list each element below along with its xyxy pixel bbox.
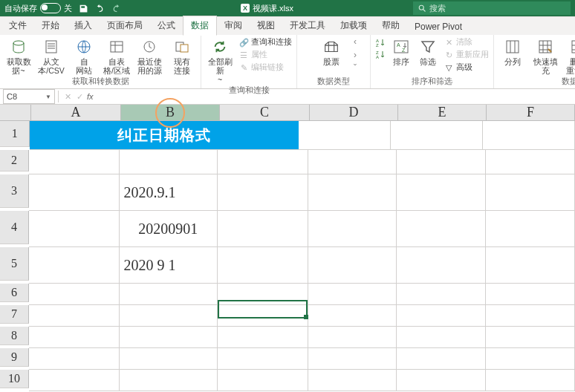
- datatools-button-2[interactable]: 删除 重复值: [562, 36, 575, 76]
- row-header-7[interactable]: 7: [0, 305, 29, 324]
- save-icon[interactable]: [78, 3, 88, 13]
- cell-F8[interactable]: [486, 327, 575, 348]
- autosave-toggle[interactable]: 自动保存 关: [4, 3, 72, 14]
- cell-F6[interactable]: [486, 284, 575, 305]
- sort-desc-button[interactable]: ZA: [374, 48, 387, 60]
- cell-D7[interactable]: [308, 305, 397, 327]
- cell-A10[interactable]: [29, 370, 120, 391]
- tab-帮助[interactable]: 帮助: [374, 16, 407, 35]
- cell-E6[interactable]: [397, 284, 486, 305]
- cell-C3[interactable]: [218, 174, 308, 211]
- cell-D1[interactable]: [299, 121, 391, 150]
- cell-C9[interactable]: [218, 348, 308, 370]
- row-header-1[interactable]: 1: [0, 121, 30, 147]
- undo-icon[interactable]: [94, 3, 105, 13]
- cell-B10[interactable]: [120, 370, 218, 391]
- cell-C7[interactable]: [218, 305, 308, 327]
- cell-E4[interactable]: [397, 211, 486, 247]
- cell-A2[interactable]: [29, 150, 120, 174]
- cell-E3[interactable]: [397, 174, 486, 211]
- chevron-down-icon[interactable]: ˇ: [354, 63, 357, 74]
- sort-asc-button[interactable]: AZ: [374, 36, 387, 48]
- toggle-switch[interactable]: [40, 3, 61, 13]
- cell-A3[interactable]: [29, 174, 120, 211]
- tab-插入[interactable]: 插入: [67, 16, 100, 35]
- cell-D10[interactable]: [308, 370, 397, 391]
- tab-视图[interactable]: 视图: [250, 16, 282, 35]
- row-header-10[interactable]: 10: [0, 370, 29, 388]
- fx-icon[interactable]: fx: [87, 92, 94, 101]
- cell-C8[interactable]: [218, 327, 308, 348]
- cell-C2[interactable]: [218, 150, 308, 174]
- tab-数据[interactable]: 数据: [183, 16, 217, 36]
- cell-C10[interactable]: [218, 370, 308, 391]
- row-header-9[interactable]: 9: [0, 348, 29, 367]
- sort-button[interactable]: AZ 排序: [389, 36, 414, 68]
- col-header-D[interactable]: D: [310, 105, 398, 121]
- tab-页面布局[interactable]: 页面布局: [100, 16, 150, 35]
- chevron-left-icon[interactable]: ‹: [354, 36, 357, 47]
- datatools-button-1[interactable]: 快速填充: [530, 36, 561, 76]
- tab-文件[interactable]: 文件: [1, 16, 34, 35]
- col-header-E[interactable]: E: [398, 105, 487, 121]
- cell-F3[interactable]: [486, 174, 575, 211]
- cell-B4[interactable]: 20200901: [120, 211, 218, 247]
- queries-connections-button[interactable]: 🔗查询和连接: [237, 36, 293, 48]
- chevron-right-icon[interactable]: ›: [354, 50, 357, 60]
- cell-B9[interactable]: [120, 348, 218, 370]
- cell-C6[interactable]: [218, 284, 308, 305]
- stocks-button[interactable]: 股票: [311, 36, 352, 68]
- cell-A6[interactable]: [29, 284, 120, 305]
- cell-E8[interactable]: [397, 327, 486, 348]
- cell-E10[interactable]: [397, 370, 486, 391]
- cell-A1[interactable]: 纠正日期格式: [30, 121, 299, 150]
- cell-E7[interactable]: [397, 305, 486, 327]
- worksheet[interactable]: ABCDEF 1纠正日期格式232020.9.142020090152020 9…: [0, 105, 575, 392]
- cell-F9[interactable]: [486, 348, 575, 370]
- search-box[interactable]: 搜索: [413, 1, 571, 15]
- getdata-button-4[interactable]: 最近使 用的源: [134, 36, 165, 76]
- name-box[interactable]: C8 ▼: [3, 89, 55, 104]
- tab-加载项[interactable]: 加载项: [333, 16, 374, 35]
- cell-D6[interactable]: [308, 284, 397, 305]
- cell-A5[interactable]: [29, 247, 120, 284]
- row-header-4[interactable]: 4: [0, 211, 29, 244]
- datatools-button-0[interactable]: 分列: [497, 36, 528, 68]
- cell-D9[interactable]: [308, 348, 397, 370]
- cell-B7[interactable]: [120, 305, 218, 327]
- cell-C4[interactable]: [218, 211, 308, 247]
- cell-A7[interactable]: [29, 305, 120, 327]
- cell-F1[interactable]: [483, 121, 575, 150]
- cell-E5[interactable]: [397, 247, 486, 284]
- row-header-2[interactable]: 2: [0, 150, 29, 172]
- select-all-corner[interactable]: [0, 105, 31, 121]
- cell-A9[interactable]: [29, 348, 120, 370]
- chevron-down-icon[interactable]: ▼: [45, 94, 51, 100]
- getdata-button-5[interactable]: 现有 连接: [166, 36, 198, 76]
- col-header-A[interactable]: A: [31, 105, 121, 121]
- col-header-C[interactable]: C: [220, 105, 310, 121]
- tab-Power Pivot[interactable]: Power Pivot: [407, 19, 470, 35]
- col-header-F[interactable]: F: [487, 105, 575, 121]
- cell-A8[interactable]: [29, 327, 120, 348]
- cell-B6[interactable]: [120, 284, 218, 305]
- row-header-3[interactable]: 3: [0, 174, 29, 208]
- cell-F10[interactable]: [486, 370, 575, 391]
- cell-D2[interactable]: [308, 150, 397, 174]
- tab-审阅[interactable]: 审阅: [217, 16, 250, 35]
- cell-B2[interactable]: [120, 150, 218, 174]
- getdata-button-0[interactable]: 获取数 据~: [3, 36, 34, 76]
- cell-E1[interactable]: [391, 121, 483, 150]
- cell-D4[interactable]: [308, 211, 397, 247]
- cell-B8[interactable]: [120, 327, 218, 348]
- row-header-6[interactable]: 6: [0, 284, 29, 302]
- cell-F7[interactable]: [486, 305, 575, 327]
- advanced-button[interactable]: ▽高级: [442, 62, 490, 74]
- getdata-button-3[interactable]: 自表 格/区域: [101, 36, 132, 76]
- cell-F5[interactable]: [486, 247, 575, 284]
- getdata-button-1[interactable]: 从文 本/CSV: [36, 36, 67, 76]
- row-header-8[interactable]: 8: [0, 327, 29, 345]
- cell-C5[interactable]: [218, 247, 308, 284]
- cell-F2[interactable]: [486, 150, 575, 174]
- tab-开发工具[interactable]: 开发工具: [282, 16, 333, 35]
